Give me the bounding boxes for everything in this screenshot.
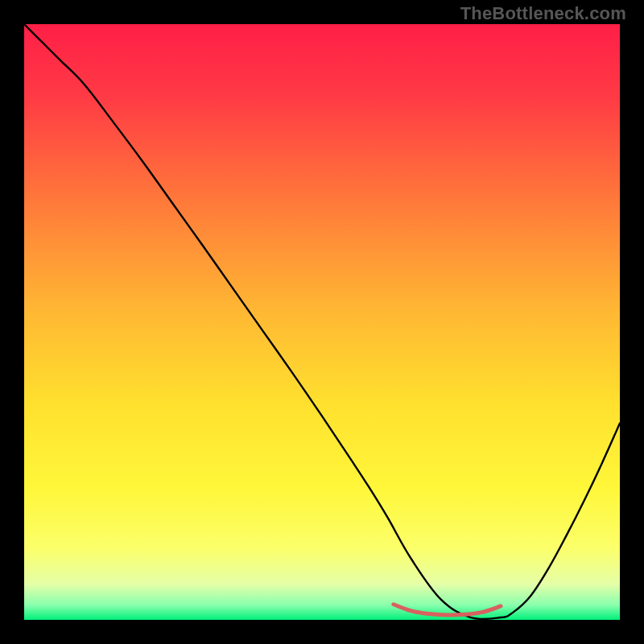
chart-container: TheBottleneck.com (0, 0, 644, 644)
watermark-text: TheBottleneck.com (460, 3, 626, 24)
chart-svg (24, 24, 620, 620)
plot-area (24, 24, 620, 620)
gradient-rect (24, 24, 620, 620)
